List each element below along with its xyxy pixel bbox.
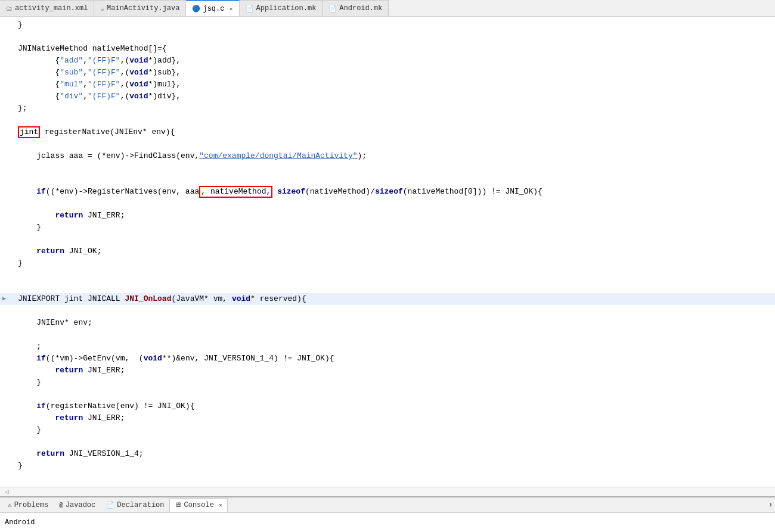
java-icon: ☕ — [100, 5, 104, 13]
tab-declaration-label: Declaration — [117, 501, 164, 509]
line-text: } — [8, 222, 770, 234]
code-line: if(registerNative(env) != JNI_OK){ — [0, 400, 775, 412]
console-close[interactable]: ✕ — [219, 502, 222, 509]
code-line: } — [0, 222, 775, 234]
code-line — [0, 388, 775, 400]
mk-icon-android: 📄 — [328, 5, 337, 13]
tab-jsq-c[interactable]: 🔵 jsq.c ✕ — [186, 0, 239, 16]
line-text: jclass aaa = (*env)->FindClass(env,"com/… — [8, 150, 770, 162]
tab-label: Android.mk — [339, 4, 382, 13]
maximize-button[interactable]: ⬆ — [768, 501, 773, 509]
code-line: {"add","(FF)F",(void*)add}, — [0, 55, 775, 67]
code-line: ; — [0, 341, 775, 353]
code-line: jint registerNative(JNIEnv* env){ — [0, 126, 775, 138]
declaration-icon: 📄 — [106, 501, 114, 509]
code-line: } — [0, 257, 775, 269]
code-line: jclass aaa = (*env)->FindClass(env,"com/… — [0, 150, 775, 162]
code-line: if((*env)->RegisterNatives(env, aaa, nat… — [0, 186, 775, 198]
line-text: return JNI_ERR; — [8, 210, 770, 222]
code-line — [0, 174, 775, 186]
code-line — [0, 198, 775, 210]
problems-icon: ⚠ — [8, 501, 12, 509]
code-line: } — [0, 460, 775, 472]
horizontal-scrollbar[interactable]: ◁ — [0, 487, 775, 496]
mk-icon-app: 📄 — [246, 5, 254, 13]
tab-application-mk[interactable]: 📄 Application.mk — [240, 0, 323, 16]
bottom-panel: ⚠ Problems @ Javadoc 📄 Declaration 🖥 Con… — [0, 496, 775, 532]
console-icon: 🖥 — [175, 501, 181, 509]
line-text: JNIEnv* env; — [8, 317, 770, 329]
line-text: } — [8, 257, 770, 269]
line-text: JNIEXPORT jint JNICALL JNI_OnLoad(JavaVM… — [8, 293, 770, 305]
tab-label: jsq.c — [203, 5, 224, 13]
tab-bar: 🗂 activity_main.xml ☕ MainActivity.java … — [0, 0, 775, 17]
javadoc-icon: @ — [59, 502, 63, 509]
tab-android-mk[interactable]: 📄 Android.mk — [323, 0, 389, 16]
code-line: {"sub","(FF)F",(void*)sub}, — [0, 67, 775, 79]
code-line-jni-onload: ▶ JNIEXPORT jint JNICALL JNI_OnLoad(Java… — [0, 293, 775, 305]
tab-label: activity_main.xml — [15, 4, 88, 13]
line-text: jint registerNative(JNIEnv* env){ — [8, 126, 770, 138]
line-text: }; — [8, 102, 770, 114]
tab-activity-main[interactable]: 🗂 activity_main.xml — [0, 0, 94, 16]
tab-console-label: Console — [184, 501, 213, 509]
line-text: ; — [8, 341, 770, 353]
line-text: {"add","(FF)F",(void*)add}, — [8, 55, 770, 67]
code-line: {"mul","(FF)F",(void*)mul}, — [0, 79, 775, 91]
code-line — [0, 31, 775, 43]
line-text: if(registerNative(env) != JNI_OK){ — [8, 400, 770, 412]
tab-declaration[interactable]: 📄 Declaration — [101, 498, 169, 512]
code-line: }; — [0, 102, 775, 114]
tab-problems-label: Problems — [14, 501, 49, 509]
code-line — [0, 114, 775, 126]
line-text: {"sub","(FF)F",(void*)sub}, — [8, 67, 770, 79]
editor-area: } JNINativeMethod nativeMethod[]={ {"add… — [0, 17, 775, 487]
code-line: return JNI_ERR; — [0, 412, 775, 424]
code-line: } — [0, 19, 775, 31]
tab-javadoc[interactable]: @ Javadoc — [54, 498, 101, 512]
code-line — [0, 281, 775, 293]
console-text: Android — [5, 518, 35, 527]
code-line: return JNI_ERR; — [0, 210, 775, 222]
tab-label: MainActivity.java — [107, 4, 179, 13]
line-text: } — [8, 377, 770, 388]
code-line: {"div","(FF)F",(void*)div}, — [0, 91, 775, 102]
code-line — [0, 162, 775, 174]
code-line: } — [0, 424, 775, 436]
line-text: {"div","(FF)F",(void*)div}, — [8, 91, 770, 102]
code-line: return JNI_VERSION_1_4; — [0, 448, 775, 460]
c-icon: 🔵 — [192, 5, 200, 13]
line-text: {"mul","(FF)F",(void*)mul}, — [8, 79, 770, 91]
code-line — [0, 305, 775, 317]
line-text: return JNI_OK; — [8, 245, 770, 257]
code-line: } — [0, 377, 775, 388]
tab-javadoc-label: Javadoc — [66, 501, 95, 509]
line-text: return JNI_VERSION_1_4; — [8, 448, 770, 460]
code-line — [0, 269, 775, 281]
tab-label: Application.mk — [256, 4, 317, 13]
line-marker-arrow: ▶ — [0, 293, 8, 305]
code-line — [0, 436, 775, 448]
code-line: return JNI_ERR; — [0, 365, 775, 377]
tab-mainactivity[interactable]: ☕ MainActivity.java — [94, 0, 186, 16]
line-text: } — [8, 424, 770, 436]
xml-icon: 🗂 — [6, 5, 13, 13]
line-text: if((*env)->RegisterNatives(env, aaa, nat… — [8, 186, 770, 198]
line-text: return JNI_ERR; — [8, 365, 770, 377]
console-content: Android — [0, 513, 775, 532]
tab-close-jsq-c[interactable]: ✕ — [229, 5, 232, 13]
line-text: JNINativeMethod nativeMethod[]={ — [8, 43, 770, 55]
code-line: JNIEnv* env; — [0, 317, 775, 329]
code-line: JNINativeMethod nativeMethod[]={ — [0, 43, 775, 55]
scroll-indicator: ◁ — [5, 488, 9, 496]
bottom-tab-bar: ⚠ Problems @ Javadoc 📄 Declaration 🖥 Con… — [0, 497, 775, 513]
code-line — [0, 138, 775, 150]
tab-console[interactable]: 🖥 Console ✕ — [169, 498, 227, 512]
code-line: if((*vm)->GetEnv(vm, (void**)&env, JNI_V… — [0, 353, 775, 365]
tab-problems[interactable]: ⚠ Problems — [2, 498, 54, 512]
code-content: } JNINativeMethod nativeMethod[]={ {"add… — [0, 17, 775, 474]
line-text: } — [8, 19, 770, 31]
line-text: if((*vm)->GetEnv(vm, (void**)&env, JNI_V… — [8, 353, 770, 365]
line-text: return JNI_ERR; — [8, 412, 770, 424]
code-line — [0, 234, 775, 245]
